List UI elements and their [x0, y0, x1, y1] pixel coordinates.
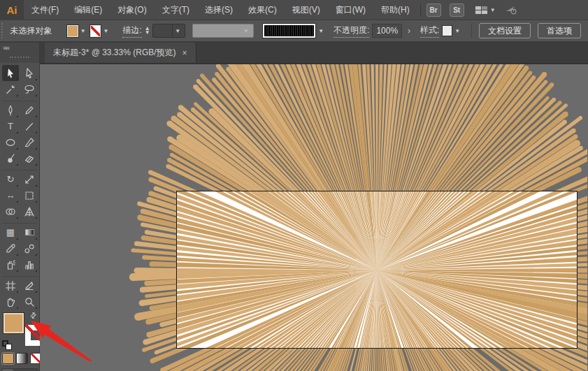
line-segment-tool[interactable]	[21, 118, 38, 134]
zoom-tool[interactable]	[21, 293, 38, 310]
menu-item-6[interactable]: 视图(V)	[285, 0, 328, 20]
magic-wand-tool[interactable]	[2, 81, 19, 97]
opacity-label[interactable]: 不透明度:	[334, 24, 369, 38]
shape-builder-tool[interactable]	[2, 203, 19, 219]
badge-st[interactable]: St	[450, 3, 464, 17]
menu-item-2[interactable]: 对象(O)	[110, 0, 154, 20]
gradient-tool[interactable]	[21, 224, 38, 240]
blend-tool[interactable]	[21, 240, 38, 256]
ellipse-tool[interactable]	[2, 134, 19, 150]
perspective-grid-tool[interactable]	[21, 203, 38, 219]
paintbrush-tool[interactable]	[21, 134, 38, 150]
opacity-field[interactable]: 100%	[372, 24, 402, 38]
fill-indicator-swatch[interactable]	[3, 312, 24, 334]
menu-item-0[interactable]: 文件(F)	[24, 0, 66, 20]
badge-br[interactable]: Br	[426, 3, 441, 17]
stroke-weight-stepper[interactable]: ▲▼	[145, 27, 150, 35]
document-setup-button[interactable]: 文档设置	[479, 23, 531, 38]
sunburst-artwork	[40, 64, 587, 371]
swap-fill-stroke-icon[interactable]: ⇄	[28, 310, 39, 321]
stroke-label[interactable]: 描边:	[122, 24, 141, 38]
select-filled-icon	[5, 68, 16, 79]
document-tab[interactable]: 未标题-3* @ 33.33% (RGB/预览) ×	[45, 43, 196, 63]
stroke-weight-chevron-icon[interactable]: ▼	[172, 24, 185, 37]
style-swatch[interactable]	[442, 25, 452, 36]
stroke-color-swatch[interactable]	[90, 25, 101, 37]
width-tool[interactable]: ↔	[2, 187, 19, 203]
artboard-tool[interactable]	[2, 277, 19, 293]
chevron-down-icon: ▼	[490, 7, 496, 13]
hand-tool[interactable]	[2, 293, 19, 310]
type-tool-icon: T	[8, 121, 13, 131]
opacity-panel-arrow-icon[interactable]: ›	[408, 26, 410, 36]
slice-tool[interactable]	[21, 277, 38, 293]
tools-panel: «« T↻↔▦ ⇄	[0, 43, 40, 371]
eraser-tool[interactable]	[21, 150, 38, 166]
menu-item-5[interactable]: 效果(C)	[241, 0, 285, 20]
wand-icon	[5, 84, 16, 95]
gradient-mode-button[interactable]	[16, 353, 28, 364]
selection-tool[interactable]	[2, 65, 19, 81]
control-bar: 未选择对象 ▼ ▼ 描边: ▲▼ ▼ ▼ ▼ 不透明度: 100% › 样式: …	[0, 20, 588, 43]
stroke-weight-combo[interactable]: ▼	[152, 24, 186, 38]
column-graph-tool[interactable]	[21, 256, 38, 272]
blob-brush-icon	[5, 153, 16, 164]
close-icon[interactable]: ×	[182, 48, 187, 58]
fill-color-dropdown-chevron-icon[interactable]: ▼	[78, 28, 90, 34]
lasso-icon	[24, 84, 35, 95]
pen-tool[interactable]	[2, 102, 19, 118]
stroke-color-dropdown-chevron-icon[interactable]: ▼	[101, 28, 113, 34]
stepper-down-icon: ▼	[145, 31, 150, 35]
brush-preview-chevron-icon[interactable]: ▼	[316, 28, 328, 34]
menu-item-4[interactable]: 选择(S)	[197, 0, 241, 20]
rotate-tool-icon: ↻	[7, 174, 15, 184]
scale-icon	[24, 174, 35, 185]
zoom-icon	[24, 296, 35, 307]
menu-item-1[interactable]: 编辑(E)	[66, 0, 110, 20]
document-area: 未标题-3* @ 33.33% (RGB/预览) ×	[40, 43, 588, 371]
fill-color-swatch[interactable]	[67, 25, 78, 37]
hand-icon	[5, 296, 16, 307]
perspective-grid-icon	[24, 206, 35, 217]
menu-item-7[interactable]: 窗口(W)	[328, 0, 373, 20]
mesh-tool[interactable]: ▦	[2, 224, 19, 240]
direct-selection-tool[interactable]	[21, 65, 38, 81]
brush-definition-chevron-icon: ▼	[241, 28, 253, 34]
cs-live-button[interactable]	[505, 5, 517, 15]
menu-items: 文件(F)编辑(E)对象(O)文字(T)选择(S)效果(C)视图(V)窗口(W)…	[24, 0, 417, 20]
workspace-switcher[interactable]: ▼	[475, 6, 496, 14]
scale-tool[interactable]	[21, 171, 38, 187]
menu-item-8[interactable]: 帮助(H)	[373, 0, 417, 20]
eraser-icon	[24, 153, 35, 164]
pen-icon	[5, 105, 16, 116]
panel-grip-icon[interactable]	[10, 57, 29, 58]
collapse-panel-icon[interactable]: ««	[3, 43, 8, 52]
pencil-tool[interactable]	[21, 102, 38, 118]
preferences-button[interactable]: 首选项	[538, 23, 581, 38]
brush-stroke-preview[interactable]	[262, 23, 316, 38]
default-fill-stroke-icon[interactable]	[2, 340, 12, 350]
control-bar-grip[interactable]	[1, 23, 6, 38]
fill-stroke-controls: ⇄	[0, 310, 39, 371]
lasso-tool[interactable]	[21, 81, 38, 97]
rotate-tool[interactable]: ↻	[2, 171, 19, 187]
paintbrush-icon	[24, 137, 35, 148]
free-transform-tool[interactable]	[21, 187, 38, 203]
document-tab-title: 未标题-3* @ 33.33% (RGB/预览)	[53, 47, 176, 59]
menu-item-3[interactable]: 文字(T)	[155, 0, 197, 20]
mini-fill-icon	[6, 344, 12, 350]
charcoal-brush-icon	[264, 25, 314, 36]
color-mode-button[interactable]	[2, 353, 14, 364]
style-label[interactable]: 样式:	[420, 24, 439, 38]
drawing-mode-buttons	[1, 368, 38, 371]
blob-brush-tool[interactable]	[2, 150, 19, 166]
symbol-sprayer-tool[interactable]	[2, 256, 19, 272]
style-chevron-icon[interactable]: ▼	[452, 28, 464, 34]
type-tool[interactable]: T	[2, 118, 19, 134]
eyedropper-icon	[5, 243, 16, 254]
artboard-icon	[5, 280, 16, 291]
eyedropper-tool[interactable]	[2, 240, 19, 256]
menu-bar: Ai 文件(F)编辑(E)对象(O)文字(T)选择(S)效果(C)视图(V)窗口…	[0, 0, 588, 20]
canvas[interactable]	[40, 63, 588, 371]
menu-badges: BrSt	[426, 3, 473, 17]
